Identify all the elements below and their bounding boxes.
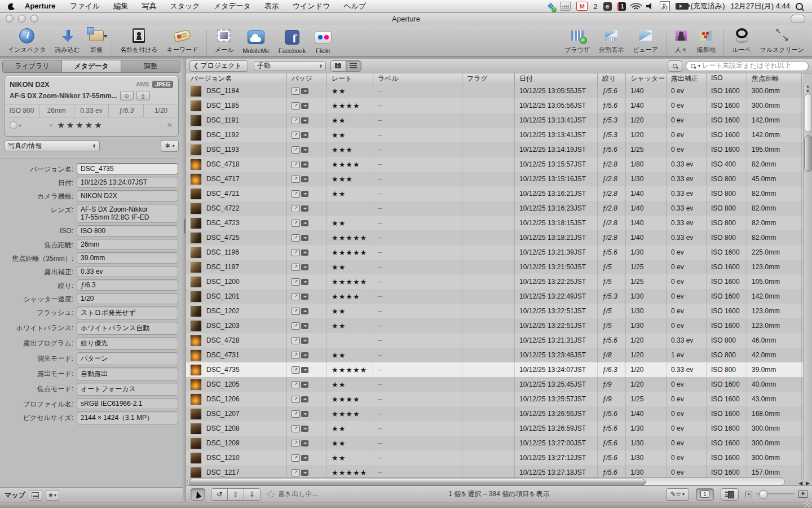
table-row[interactable]: DSC_1197↗◄★★--10/12/25 13:21:50JSTƒ/51/2… — [186, 260, 803, 274]
menu-1[interactable]: ファイル — [63, 0, 107, 12]
table-row[interactable]: DSC_4728↗◄--10/12/25 13:21:31JSTƒ/5.61/2… — [186, 333, 803, 348]
photo-thumbnail[interactable] — [191, 233, 201, 243]
table-row[interactable]: DSC_1210↗◄★★--10/12/25 13:27:12JSTƒ/5.61… — [186, 450, 803, 465]
table-row[interactable]: DSC_4717↗◄★★★--10/12/25 13:15:16JSTƒ/2.8… — [186, 172, 803, 186]
calendar-icon[interactable] — [560, 2, 571, 11]
table-row[interactable]: DSC_4721↗◄★★--10/12/25 13:16:21JSTƒ/2.81… — [186, 186, 803, 201]
sort-order-popup[interactable]: 手動 ▲▼ — [254, 61, 326, 71]
table-row[interactable]: DSC_1207↗◄★★★★--10/12/25 13:26:55JSTƒ/5.… — [186, 406, 803, 421]
rating-cell[interactable]: ★★ — [327, 113, 373, 128]
keyword-filter-button[interactable]: ✎☆▾ — [666, 488, 689, 501]
field-value[interactable]: ホワイトバランス自動 — [77, 322, 178, 335]
table-row[interactable]: DSC_1192↗◄★★--10/12/25 13:13:41JSTƒ/5.31… — [186, 128, 803, 142]
photo-thumbnail[interactable] — [191, 379, 201, 390]
rating-cell[interactable]: ★★★★ — [327, 392, 373, 406]
fullscreen-button[interactable]: フルスクリーン — [756, 25, 807, 56]
photo-thumbnail[interactable] — [191, 409, 201, 419]
toolbar-toggle-button[interactable] — [791, 15, 805, 23]
lift-button[interactable]: ⇧ — [228, 489, 244, 500]
rating-cell[interactable]: ★★ — [327, 128, 373, 142]
column-header-バージョン名[interactable]: バージョン名 — [186, 73, 287, 84]
inspector-button[interactable]: iインスペクタ — [5, 25, 50, 56]
photo-thumbnail[interactable] — [191, 86, 201, 97]
field-value[interactable]: ストロボ発光せず — [77, 306, 178, 319]
rating-cell[interactable]: ★★ — [327, 421, 373, 436]
rating-cell[interactable]: ★★ — [327, 436, 373, 450]
metadata-preset-popup[interactable]: 写真の情報 ▲▼ — [4, 141, 100, 151]
photo-thumbnail[interactable] — [191, 189, 201, 199]
photo-thumbnail[interactable] — [191, 159, 201, 170]
mail-button[interactable]: メール — [211, 25, 237, 56]
rating-cell[interactable]: ★★ — [327, 260, 373, 274]
photo-thumbnail[interactable] — [191, 247, 201, 258]
rating-cell[interactable] — [327, 201, 373, 216]
tab-調整[interactable]: 調整 — [121, 60, 180, 72]
window-resize-grip[interactable] — [804, 500, 811, 507]
photo-thumbnail[interactable] — [191, 144, 201, 155]
field-value[interactable]: ISO 800 — [77, 225, 178, 237]
table-row[interactable]: DSC_1203↗◄★★--10/12/25 13:22:51JSTƒ/51/3… — [186, 318, 803, 333]
histogram-button[interactable]: ⣿ — [136, 91, 150, 100]
primary-only-button[interactable]: 1 — [696, 488, 714, 501]
rating-cell[interactable]: ★★★★★ — [327, 274, 373, 289]
horizontal-scrollbar[interactable] — [187, 478, 785, 485]
rating-cell[interactable]: ★★★★ — [327, 157, 373, 172]
menu-7[interactable]: ウインドウ — [286, 0, 337, 12]
table-row[interactable]: DSC_1184↗◄★★--10/12/25 13:05:55JSTƒ/5.61… — [186, 84, 803, 98]
gmail-icon[interactable]: M — [576, 2, 588, 11]
dropbox-icon[interactable]: ❖✓ — [547, 1, 554, 11]
rating-cell[interactable]: ★★★★ — [327, 98, 373, 113]
horizontal-scrollbar-thumb[interactable] — [189, 479, 646, 485]
table-row[interactable]: DSC_1205↗◄★★--10/12/25 13:25:45JSTƒ/91/2… — [186, 377, 803, 392]
splitview-button[interactable]: 分割表示 — [595, 25, 627, 56]
menu-2[interactable]: 編集 — [107, 0, 135, 12]
field-value[interactable]: 10/12/25 13:24:07JST — [77, 177, 178, 188]
photo-thumbnail[interactable] — [191, 438, 201, 449]
spotlight-icon[interactable] — [796, 3, 803, 10]
column-header-絞り[interactable]: 絞り — [598, 73, 626, 84]
photo-thumbnail[interactable] — [191, 467, 201, 478]
thumbnail-size-slider[interactable] — [745, 491, 807, 498]
rating-cell[interactable]: ★★ — [327, 304, 373, 318]
vertical-scrollbar-thumb[interactable] — [805, 94, 812, 132]
rating-cell[interactable]: ★★★ — [327, 142, 373, 157]
list-view-button[interactable] — [346, 61, 361, 71]
apple-menu-icon[interactable] — [7, 2, 16, 11]
vertical-scrollbar[interactable]: ▲ ▼ — [803, 84, 812, 480]
photo-thumbnail[interactable] — [191, 306, 201, 317]
rating-cell[interactable]: ★★ — [327, 348, 373, 362]
photo-thumbnail[interactable] — [191, 453, 201, 463]
field-value[interactable]: 絞り優先 — [77, 337, 178, 350]
notes-menu-icon[interactable]: 1 — [617, 2, 626, 11]
table-row[interactable]: DSC_1191↗◄★★--10/12/25 13:13:41JSTƒ/5.31… — [186, 113, 803, 128]
clear-rating-button[interactable]: × — [49, 122, 52, 129]
flickr-button[interactable]: Flickr — [311, 27, 335, 56]
column-header-バッジ[interactable]: バッジ — [287, 73, 327, 84]
rating-cell[interactable] — [327, 333, 373, 348]
volume-icon[interactable] — [646, 3, 654, 10]
back-to-projects-button[interactable]: ❮ プロジェクト — [189, 60, 248, 72]
mobileme-button[interactable]: MobileMe — [239, 27, 273, 56]
photo-thumbnail[interactable] — [191, 321, 201, 331]
field-value[interactable]: 自動露出 — [77, 367, 178, 380]
table-row[interactable]: DSC_1193↗◄★★★--10/12/25 13:14:19JSTƒ/5.6… — [186, 142, 803, 157]
column-header-日付[interactable]: 日付 — [515, 73, 598, 84]
scroll-up-icon[interactable]: ▲ — [804, 84, 812, 89]
facebook-button[interactable]: Facebook — [275, 27, 309, 56]
table-row[interactable]: DSC_4723↗◄★★--10/12/25 13:18:15JSTƒ/2.81… — [186, 216, 803, 230]
photo-thumbnail[interactable] — [191, 365, 201, 375]
photo-thumbnail[interactable] — [191, 130, 201, 141]
search-scope-button[interactable] — [668, 60, 682, 72]
field-value[interactable]: DSC_4735 — [77, 163, 178, 174]
photo-thumbnail[interactable] — [191, 277, 201, 287]
search-field[interactable]: ▾ レート未設定またはそれ以上 — [686, 61, 809, 71]
field-value[interactable]: sRGB IEC61966-2.1 — [77, 398, 178, 409]
table-row[interactable]: DSC_1201↗◄★★★★--10/12/25 13:22:49JSTƒ/5.… — [186, 289, 803, 304]
evernote-icon[interactable]: e — [603, 2, 612, 11]
viewer-mode-button[interactable] — [721, 488, 739, 501]
rating-cell[interactable]: ★★ — [327, 450, 373, 465]
table-row[interactable]: DSC_4725↗◄★★★★★--10/12/25 13:18:21JSTƒ/2… — [186, 230, 803, 245]
scroll-left-icon[interactable]: ◀ — [798, 480, 802, 486]
label-color-button[interactable] — [10, 121, 17, 129]
browsergrid-button[interactable]: ブラウザ — [561, 25, 593, 56]
